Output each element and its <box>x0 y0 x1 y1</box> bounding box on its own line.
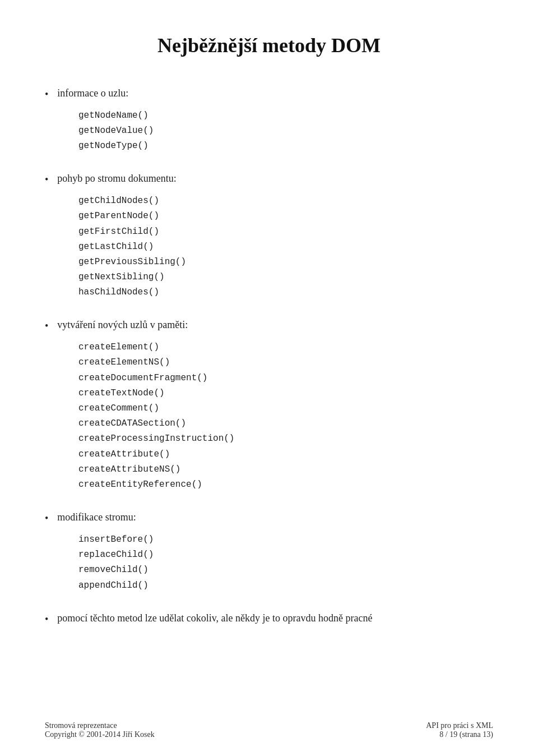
section-info-uzlu: • informace o uzlu: getNodeName() getNod… <box>45 85 493 154</box>
code-line: getNodeType() <box>78 139 493 154</box>
bullet-item-pomocne: • pomocí těchto metod lze udělat cokoliv… <box>45 610 493 628</box>
code-line: createElementNS() <box>78 355 493 370</box>
code-block-info: getNodeName() getNodeValue() getNodeType… <box>78 108 493 154</box>
code-line: getNodeValue() <box>78 123 493 139</box>
bullet-dot-3: • <box>45 318 48 334</box>
code-block-pohyb: getChildNodes() getParentNode() getFirst… <box>78 193 493 300</box>
bullet-label-vytvareni: vytváření nových uzlů v paměti: <box>57 317 188 333</box>
section-pohyb: • pohyb po stromu dokumentu: getChildNod… <box>45 170 493 300</box>
footer-subtitle: Stromová reprezentace <box>45 721 155 730</box>
code-line: createDocumentFragment() <box>78 371 493 386</box>
footer-copyright: Copyright © 2001-2014 Jiří Kosek <box>45 730 155 739</box>
code-block-modifikace: insertBefore() replaceChild() removeChil… <box>78 532 493 593</box>
code-line: getParentNode() <box>78 209 493 224</box>
code-line: createTextNode() <box>78 386 493 401</box>
code-line: appendChild() <box>78 578 493 593</box>
bullet-label-info: informace o uzlu: <box>57 85 128 102</box>
footer-right: API pro práci s XML 8 / 19 (strana 13) <box>426 721 493 739</box>
bullet-dot-4: • <box>45 510 48 527</box>
bullet-label-modifikace: modifikace stromu: <box>57 509 136 525</box>
code-line: getLastChild() <box>78 239 493 255</box>
page-container: Nejběžnější metody DOM • informace o uzl… <box>0 0 538 756</box>
content-area: • informace o uzlu: getNodeName() getNod… <box>45 85 493 627</box>
bullet-label-pohyb: pohyb po stromu dokumentu: <box>57 170 177 187</box>
bullet-item-vytvareni: • vytváření nových uzlů v paměti: <box>45 317 493 334</box>
code-line: getChildNodes() <box>78 193 493 209</box>
bullet-dot-2: • <box>45 172 48 188</box>
footer: Stromová reprezentace Copyright © 2001-2… <box>0 721 538 739</box>
code-line: createElement() <box>78 340 493 355</box>
bullet-dot-5: • <box>45 611 48 628</box>
code-line: removeChild() <box>78 563 493 578</box>
bullet-item-info: • informace o uzlu: <box>45 85 493 103</box>
code-line: createProcessingInstruction() <box>78 431 493 446</box>
section-vytvareni: • vytváření nových uzlů v paměti: create… <box>45 317 493 492</box>
footer-topic: API pro práci s XML <box>426 721 493 730</box>
section-pomocne: • pomocí těchto metod lze udělat cokoliv… <box>45 610 493 628</box>
bullet-dot-1: • <box>45 86 48 103</box>
code-line: getFirstChild() <box>78 224 493 239</box>
bullet-item-pohyb: • pohyb po stromu dokumentu: <box>45 170 493 188</box>
code-line: getPreviousSibling() <box>78 255 493 270</box>
code-line: createComment() <box>78 401 493 416</box>
code-line: getNodeName() <box>78 108 493 123</box>
code-line: replaceChild() <box>78 547 493 563</box>
section-modifikace: • modifikace stromu: insertBefore() repl… <box>45 509 493 593</box>
footer-page-number: 8 / 19 (strana 13) <box>439 730 493 739</box>
code-line: createAttribute() <box>78 447 493 462</box>
page-title: Nejběžnější metody DOM <box>45 34 493 57</box>
code-line: createAttributeNS() <box>78 462 493 477</box>
code-block-vytvareni: createElement() createElementNS() create… <box>78 340 493 492</box>
code-line: hasChildNodes() <box>78 285 493 300</box>
code-line: getNextSibling() <box>78 270 493 285</box>
bullet-item-modifikace: • modifikace stromu: <box>45 509 493 527</box>
code-line: createEntityReference() <box>78 477 493 492</box>
footer-left: Stromová reprezentace Copyright © 2001-2… <box>45 721 155 739</box>
code-line: insertBefore() <box>78 532 493 547</box>
bullet-label-pomocne: pomocí těchto metod lze udělat cokoliv, … <box>57 610 372 626</box>
code-line: createCDATASection() <box>78 416 493 431</box>
